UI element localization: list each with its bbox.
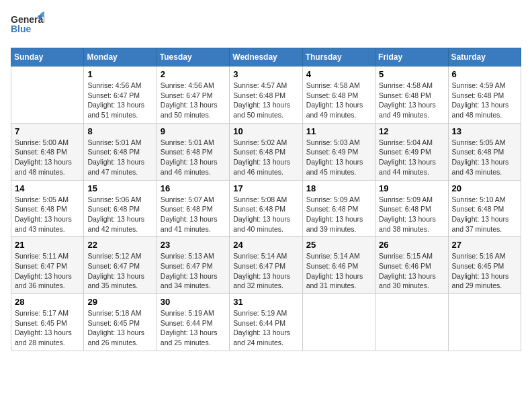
day-number: 30 <box>161 297 226 307</box>
calendar-cell: 25 Sunrise: 5:14 AMSunset: 6:46 PMDaylig… <box>302 237 375 294</box>
calendar-cell: 18 Sunrise: 5:09 AMSunset: 6:48 PMDaylig… <box>302 180 375 237</box>
calendar-cell: 17 Sunrise: 5:08 AMSunset: 6:48 PMDaylig… <box>230 180 302 237</box>
day-info: Sunrise: 5:06 AMSunset: 6:48 PMDaylight:… <box>87 195 152 234</box>
day-number: 5 <box>379 69 444 79</box>
calendar-cell: 4 Sunrise: 4:58 AMSunset: 6:48 PMDayligh… <box>302 66 375 124</box>
day-number: 16 <box>161 183 226 193</box>
day-info: Sunrise: 5:07 AMSunset: 6:48 PMDaylight:… <box>161 195 226 234</box>
day-info: Sunrise: 5:18 AMSunset: 6:45 PMDaylight:… <box>87 308 152 348</box>
day-number: 7 <box>15 126 80 136</box>
weekday-header-row: SundayMondayTuesdayWednesdayThursdayFrid… <box>11 48 521 66</box>
calendar-cell <box>11 66 84 124</box>
day-number: 31 <box>233 297 298 307</box>
header: General Blue <box>11 11 521 41</box>
day-info: Sunrise: 5:03 AMSunset: 6:49 PMDaylight:… <box>306 138 371 177</box>
day-info: Sunrise: 5:10 AMSunset: 6:48 PMDaylight:… <box>452 195 517 234</box>
day-number: 28 <box>15 297 80 307</box>
calendar-cell: 7 Sunrise: 5:00 AMSunset: 6:48 PMDayligh… <box>11 123 84 180</box>
day-info: Sunrise: 5:01 AMSunset: 6:48 PMDaylight:… <box>87 138 152 177</box>
day-info: Sunrise: 5:02 AMSunset: 6:48 PMDaylight:… <box>233 138 298 177</box>
day-number: 26 <box>379 240 444 250</box>
day-number: 20 <box>452 183 517 193</box>
weekday-header-friday: Friday <box>375 48 448 66</box>
day-number: 6 <box>452 69 517 79</box>
calendar-cell: 14 Sunrise: 5:05 AMSunset: 6:48 PMDaylig… <box>11 180 84 237</box>
calendar-cell: 23 Sunrise: 5:13 AMSunset: 6:47 PMDaylig… <box>157 237 229 294</box>
calendar-table: SundayMondayTuesdayWednesdayThursdayFrid… <box>11 48 521 351</box>
calendar-cell: 13 Sunrise: 5:05 AMSunset: 6:48 PMDaylig… <box>448 123 521 180</box>
svg-text:Blue: Blue <box>11 24 32 34</box>
calendar-cell: 3 Sunrise: 4:57 AMSunset: 6:48 PMDayligh… <box>230 66 302 124</box>
calendar-cell: 6 Sunrise: 4:59 AMSunset: 6:48 PMDayligh… <box>448 66 521 124</box>
day-info: Sunrise: 5:11 AMSunset: 6:47 PMDaylight:… <box>15 251 80 291</box>
calendar-cell: 20 Sunrise: 5:10 AMSunset: 6:48 PMDaylig… <box>448 180 521 237</box>
calendar-cell: 21 Sunrise: 5:11 AMSunset: 6:47 PMDaylig… <box>11 237 84 294</box>
day-info: Sunrise: 5:01 AMSunset: 6:48 PMDaylight:… <box>161 138 226 177</box>
day-number: 1 <box>87 69 152 79</box>
calendar-cell: 27 Sunrise: 5:16 AMSunset: 6:45 PMDaylig… <box>448 237 521 294</box>
weekday-header-wednesday: Wednesday <box>230 48 302 66</box>
day-info: Sunrise: 5:04 AMSunset: 6:49 PMDaylight:… <box>379 138 444 177</box>
day-info: Sunrise: 5:16 AMSunset: 6:45 PMDaylight:… <box>452 251 517 291</box>
weekday-header-thursday: Thursday <box>302 48 375 66</box>
day-info: Sunrise: 5:09 AMSunset: 6:48 PMDaylight:… <box>379 195 444 234</box>
day-number: 12 <box>379 126 444 136</box>
week-row-3: 14 Sunrise: 5:05 AMSunset: 6:48 PMDaylig… <box>11 180 521 237</box>
day-info: Sunrise: 5:12 AMSunset: 6:47 PMDaylight:… <box>87 251 152 291</box>
day-info: Sunrise: 5:00 AMSunset: 6:48 PMDaylight:… <box>15 138 80 177</box>
weekday-header-monday: Monday <box>84 48 157 66</box>
calendar-cell: 15 Sunrise: 5:06 AMSunset: 6:48 PMDaylig… <box>84 180 157 237</box>
calendar-cell: 1 Sunrise: 4:56 AMSunset: 6:47 PMDayligh… <box>84 66 157 124</box>
day-number: 18 <box>306 183 371 193</box>
calendar-cell: 26 Sunrise: 5:15 AMSunset: 6:46 PMDaylig… <box>375 237 448 294</box>
calendar-cell: 16 Sunrise: 5:07 AMSunset: 6:48 PMDaylig… <box>157 180 229 237</box>
day-info: Sunrise: 4:57 AMSunset: 6:48 PMDaylight:… <box>233 81 298 120</box>
calendar-cell <box>448 294 521 351</box>
calendar-cell: 10 Sunrise: 5:02 AMSunset: 6:48 PMDaylig… <box>230 123 302 180</box>
day-info: Sunrise: 5:09 AMSunset: 6:48 PMDaylight:… <box>306 195 371 234</box>
week-row-1: 1 Sunrise: 4:56 AMSunset: 6:47 PMDayligh… <box>11 66 521 124</box>
calendar-cell: 24 Sunrise: 5:14 AMSunset: 6:47 PMDaylig… <box>230 237 302 294</box>
day-info: Sunrise: 4:58 AMSunset: 6:48 PMDaylight:… <box>379 81 444 120</box>
calendar-cell: 12 Sunrise: 5:04 AMSunset: 6:49 PMDaylig… <box>375 123 448 180</box>
day-number: 2 <box>161 69 226 79</box>
day-info: Sunrise: 4:56 AMSunset: 6:47 PMDaylight:… <box>87 81 152 120</box>
day-info: Sunrise: 5:17 AMSunset: 6:45 PMDaylight:… <box>15 308 80 348</box>
calendar-cell: 11 Sunrise: 5:03 AMSunset: 6:49 PMDaylig… <box>302 123 375 180</box>
calendar-cell: 5 Sunrise: 4:58 AMSunset: 6:48 PMDayligh… <box>375 66 448 124</box>
calendar-cell: 28 Sunrise: 5:17 AMSunset: 6:45 PMDaylig… <box>11 294 84 351</box>
calendar-cell: 8 Sunrise: 5:01 AMSunset: 6:48 PMDayligh… <box>84 123 157 180</box>
day-number: 3 <box>233 69 298 79</box>
calendar-cell: 9 Sunrise: 5:01 AMSunset: 6:48 PMDayligh… <box>157 123 229 180</box>
day-info: Sunrise: 5:13 AMSunset: 6:47 PMDaylight:… <box>161 251 226 291</box>
day-number: 11 <box>306 126 371 136</box>
day-number: 22 <box>87 240 152 250</box>
calendar-cell: 30 Sunrise: 5:19 AMSunset: 6:44 PMDaylig… <box>157 294 229 351</box>
day-number: 24 <box>233 240 298 250</box>
logo-icon: General Blue <box>11 11 44 41</box>
day-info: Sunrise: 5:05 AMSunset: 6:48 PMDaylight:… <box>452 138 517 177</box>
day-info: Sunrise: 5:08 AMSunset: 6:48 PMDaylight:… <box>233 195 298 234</box>
calendar-cell: 19 Sunrise: 5:09 AMSunset: 6:48 PMDaylig… <box>375 180 448 237</box>
day-number: 15 <box>87 183 152 193</box>
calendar-cell: 2 Sunrise: 4:56 AMSunset: 6:47 PMDayligh… <box>157 66 229 124</box>
day-info: Sunrise: 5:19 AMSunset: 6:44 PMDaylight:… <box>233 308 298 348</box>
weekday-header-sunday: Sunday <box>11 48 84 66</box>
calendar-cell: 22 Sunrise: 5:12 AMSunset: 6:47 PMDaylig… <box>84 237 157 294</box>
day-info: Sunrise: 5:15 AMSunset: 6:46 PMDaylight:… <box>379 251 444 291</box>
day-number: 27 <box>452 240 517 250</box>
day-info: Sunrise: 4:56 AMSunset: 6:47 PMDaylight:… <box>161 81 226 120</box>
day-number: 13 <box>452 126 517 136</box>
weekday-header-tuesday: Tuesday <box>157 48 229 66</box>
day-number: 8 <box>87 126 152 136</box>
day-info: Sunrise: 4:58 AMSunset: 6:48 PMDaylight:… <box>306 81 371 120</box>
day-number: 9 <box>161 126 226 136</box>
day-number: 23 <box>161 240 226 250</box>
day-info: Sunrise: 5:19 AMSunset: 6:44 PMDaylight:… <box>161 308 226 348</box>
week-row-2: 7 Sunrise: 5:00 AMSunset: 6:48 PMDayligh… <box>11 123 521 180</box>
day-info: Sunrise: 5:14 AMSunset: 6:46 PMDaylight:… <box>306 251 371 291</box>
day-number: 21 <box>15 240 80 250</box>
day-info: Sunrise: 5:14 AMSunset: 6:47 PMDaylight:… <box>233 251 298 291</box>
day-number: 17 <box>233 183 298 193</box>
calendar-cell <box>375 294 448 351</box>
